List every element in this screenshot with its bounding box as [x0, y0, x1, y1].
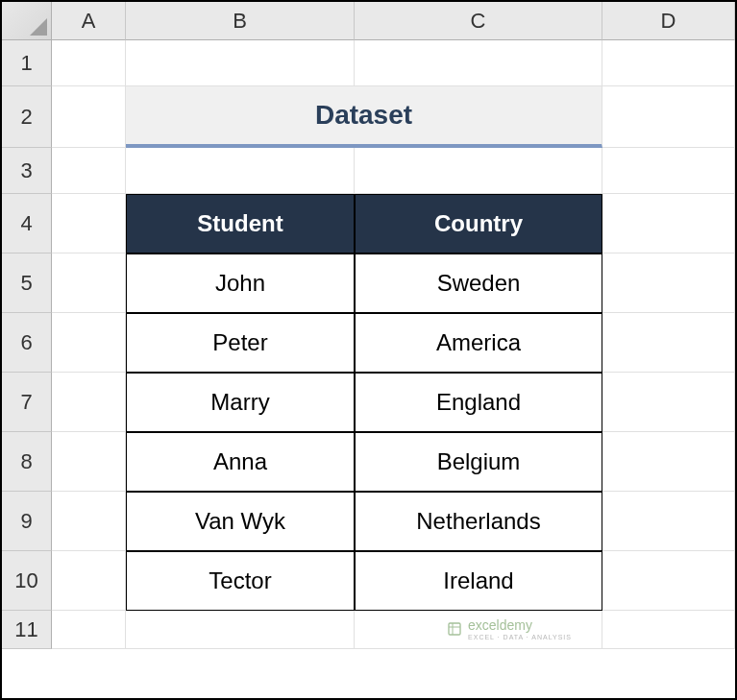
cell-a2[interactable]: [52, 86, 126, 148]
cell-a7[interactable]: [52, 373, 126, 432]
table-row[interactable]: Van Wyk: [126, 492, 355, 551]
row-header-2[interactable]: 2: [2, 86, 52, 148]
cell-a9[interactable]: [52, 492, 126, 551]
col-header-b[interactable]: B: [126, 2, 355, 40]
watermark-tagline: EXCEL · DATA · ANALYSIS: [468, 634, 572, 640]
dataset-title[interactable]: Dataset: [126, 86, 602, 148]
cell-a3[interactable]: [52, 148, 126, 194]
table-row[interactable]: Tector: [126, 551, 355, 611]
svg-rect-0: [449, 623, 460, 635]
cell-b3[interactable]: [126, 148, 355, 194]
cell-d10[interactable]: [602, 551, 735, 611]
row-header-7[interactable]: 7: [2, 373, 52, 432]
cell-a1[interactable]: [52, 40, 126, 86]
table-row[interactable]: Anna: [126, 432, 355, 492]
row-header-5[interactable]: 5: [2, 253, 52, 313]
cell-c1[interactable]: [355, 40, 602, 86]
cell-d4[interactable]: [602, 194, 735, 253]
col-header-d[interactable]: D: [602, 2, 735, 40]
table-header-country[interactable]: Country: [355, 194, 602, 253]
table-row[interactable]: Belgium: [355, 432, 602, 492]
watermark-brand: exceldemy: [468, 617, 532, 633]
row-header-10[interactable]: 10: [2, 551, 52, 611]
row-header-11[interactable]: 11: [2, 611, 52, 649]
row-header-4[interactable]: 4: [2, 194, 52, 253]
row-header-9[interactable]: 9: [2, 492, 52, 551]
cell-d5[interactable]: [602, 253, 735, 313]
table-row[interactable]: Ireland: [355, 551, 602, 611]
row-header-3[interactable]: 3: [2, 148, 52, 194]
cell-d7[interactable]: [602, 373, 735, 432]
table-row[interactable]: England: [355, 373, 602, 432]
cell-d11[interactable]: [602, 611, 735, 649]
table-row[interactable]: Peter: [126, 313, 355, 373]
row-header-6[interactable]: 6: [2, 313, 52, 373]
cell-b1[interactable]: [126, 40, 355, 86]
table-row[interactable]: Marry: [126, 373, 355, 432]
select-all-corner[interactable]: [2, 2, 52, 40]
cell-a6[interactable]: [52, 313, 126, 373]
cell-d1[interactable]: [602, 40, 735, 86]
watermark: exceldemy EXCEL · DATA · ANALYSIS: [447, 616, 572, 640]
table-row[interactable]: Sweden: [355, 253, 602, 313]
cell-b11[interactable]: [126, 611, 355, 649]
cell-d2[interactable]: [602, 86, 735, 148]
cell-d9[interactable]: [602, 492, 735, 551]
spreadsheet-icon: [447, 621, 462, 637]
table-row[interactable]: John: [126, 253, 355, 313]
cell-a4[interactable]: [52, 194, 126, 253]
cell-d8[interactable]: [602, 432, 735, 492]
cell-a8[interactable]: [52, 432, 126, 492]
cell-d6[interactable]: [602, 313, 735, 373]
cell-c3[interactable]: [355, 148, 602, 194]
row-header-8[interactable]: 8: [2, 432, 52, 492]
col-header-a[interactable]: A: [52, 2, 126, 40]
cell-a10[interactable]: [52, 551, 126, 611]
table-row[interactable]: America: [355, 313, 602, 373]
cell-d3[interactable]: [602, 148, 735, 194]
spreadsheet-grid: A B C D 1 2 Dataset 3 4 Student Country …: [2, 2, 735, 698]
table-header-student[interactable]: Student: [126, 194, 355, 253]
cell-a11[interactable]: [52, 611, 126, 649]
col-header-c[interactable]: C: [355, 2, 602, 40]
row-header-1[interactable]: 1: [2, 40, 52, 86]
cell-a5[interactable]: [52, 253, 126, 313]
table-row[interactable]: Netherlands: [355, 492, 602, 551]
